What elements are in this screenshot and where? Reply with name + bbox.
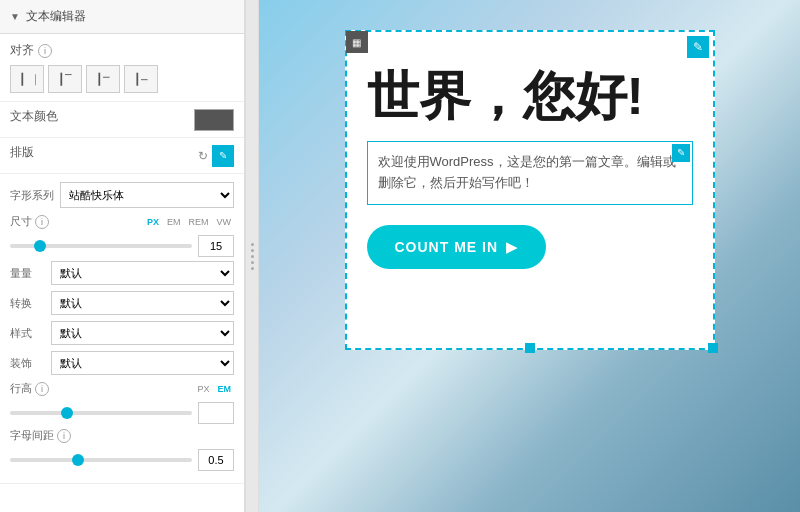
line-height-input[interactable]: [198, 402, 234, 424]
weight-select[interactable]: 默认: [51, 261, 234, 285]
unit-px-button[interactable]: PX: [144, 216, 162, 228]
collapse-arrow-icon[interactable]: ▼: [10, 11, 20, 22]
transform-select[interactable]: 默认: [51, 291, 234, 315]
size-info-icon[interactable]: i: [35, 215, 49, 229]
resize-handle-bottom-right[interactable]: [708, 343, 718, 353]
letter-spacing-input[interactable]: 0.5: [198, 449, 234, 471]
color-label: 文本颜色: [10, 108, 58, 125]
pencil-icon: ✎: [693, 40, 703, 54]
cta-label: COUNT ME IN: [395, 239, 499, 255]
color-row: 文本颜色: [0, 102, 244, 138]
decoration-row: 装饰 默认: [10, 351, 234, 375]
size-row: 尺寸 i PX EM REM VW: [10, 214, 234, 229]
font-family-label: 字形系列: [10, 188, 54, 203]
typography-label: 排版: [10, 144, 34, 161]
typography-pencil-icon[interactable]: ✎: [212, 145, 234, 167]
letter-spacing-label: 字母间距 i: [10, 428, 71, 443]
font-subsection: 字形系列 站酷快乐体 尺寸 i PX EM REM VW 15 量量: [0, 174, 244, 484]
cta-arrow-icon: ▶: [506, 239, 518, 255]
body-text-edit-icon[interactable]: ✎: [672, 144, 690, 162]
refresh-icon[interactable]: ↻: [198, 149, 208, 163]
canvas-body-text: ✎ 欢迎使用WordPress，这是您的第一篇文章。编辑或删除它，然后开始写作吧…: [367, 141, 693, 205]
align-center-button[interactable]: ┃⎺: [48, 65, 82, 93]
drag-dot-5: [251, 267, 254, 270]
letter-spacing-slider[interactable]: [10, 458, 192, 462]
line-height-row: 行高 i PX EM: [10, 381, 234, 396]
typography-icons-group: ↻ ✎: [198, 145, 234, 167]
line-height-unit-buttons: PX EM: [194, 383, 234, 395]
transform-label: 转换: [10, 296, 45, 311]
weight-label: 量量: [10, 266, 45, 281]
align-justify-button[interactable]: ┃⎼: [124, 65, 158, 93]
size-slider[interactable]: [10, 244, 192, 248]
panel-title: 文本编辑器: [26, 8, 86, 25]
line-height-em-button[interactable]: EM: [215, 383, 235, 395]
typography-row: 排版 ↻ ✎: [0, 138, 244, 174]
style-row: 样式 默认: [10, 321, 234, 345]
body-pencil-icon: ✎: [677, 145, 685, 161]
align-buttons-group: ┃⎹ ┃⎺ ┃⎻ ┃⎼: [10, 65, 234, 93]
align-section: 对齐 i ┃⎹ ┃⎺ ┃⎻ ┃⎼: [0, 34, 244, 102]
drag-dot-1: [251, 243, 254, 246]
font-family-row: 字形系列 站酷快乐体: [10, 182, 234, 208]
canvas-area: ▦ ✎ 世界，您好! ✎ 欢迎使用WordPress，这是您的第一篇文章。编辑或…: [259, 0, 800, 512]
drag-handle-dots: [251, 243, 254, 270]
unit-vw-button[interactable]: VW: [214, 216, 235, 228]
line-height-slider-row: [10, 402, 234, 424]
line-height-slider[interactable]: [10, 411, 192, 415]
block-header-icon: ▦: [346, 31, 368, 53]
block-edit-icon[interactable]: ✎: [687, 36, 709, 58]
panel-resize-handle[interactable]: [245, 0, 259, 512]
line-height-info-icon[interactable]: i: [35, 382, 49, 396]
font-family-select[interactable]: 站酷快乐体: [60, 182, 234, 208]
size-label: 尺寸 i: [10, 214, 49, 229]
drag-dot-3: [251, 255, 254, 258]
letter-spacing-slider-row: 0.5: [10, 449, 234, 471]
align-label: 对齐 i: [10, 42, 234, 59]
decoration-label: 装饰: [10, 356, 45, 371]
decoration-select[interactable]: 默认: [51, 351, 234, 375]
style-label: 样式: [10, 326, 45, 341]
size-input[interactable]: 15: [198, 235, 234, 257]
unit-buttons-group: PX EM REM VW: [144, 216, 234, 228]
left-panel: ▼ 文本编辑器 对齐 i ┃⎹ ┃⎺ ┃⎻ ┃⎼ 文本颜色 排版 ↻ ✎: [0, 0, 245, 512]
align-info-icon[interactable]: i: [38, 44, 52, 58]
letter-spacing-info-icon[interactable]: i: [57, 429, 71, 443]
weight-row: 量量 默认: [10, 261, 234, 285]
color-swatch[interactable]: [194, 109, 234, 131]
size-slider-row: 15: [10, 235, 234, 257]
align-right-button[interactable]: ┃⎻: [86, 65, 120, 93]
line-height-label: 行高 i: [10, 381, 49, 396]
resize-handle-bottom-middle[interactable]: [525, 343, 535, 353]
drag-dot-2: [251, 249, 254, 252]
canvas-heading: 世界，您好!: [367, 68, 693, 125]
transform-row: 转换 默认: [10, 291, 234, 315]
style-select[interactable]: 默认: [51, 321, 234, 345]
unit-rem-button[interactable]: REM: [186, 216, 212, 228]
content-block[interactable]: ▦ ✎ 世界，您好! ✎ 欢迎使用WordPress，这是您的第一篇文章。编辑或…: [345, 30, 715, 350]
letter-spacing-row: 字母间距 i: [10, 428, 234, 443]
block-type-icon: ▦: [352, 37, 361, 48]
panel-header: ▼ 文本编辑器: [0, 0, 244, 34]
drag-dot-4: [251, 261, 254, 264]
cta-button[interactable]: COUNT ME IN ▶: [367, 225, 547, 269]
align-left-button[interactable]: ┃⎹: [10, 65, 44, 93]
line-height-px-button[interactable]: PX: [194, 383, 212, 395]
unit-em-button[interactable]: EM: [164, 216, 184, 228]
